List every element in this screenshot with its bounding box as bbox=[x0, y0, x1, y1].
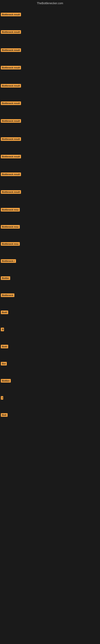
bottleneck-badge: Bottleneck resu bbox=[1, 242, 20, 246]
result-row: Bottleneck resu bbox=[0, 241, 21, 248]
bottleneck-badge: Bottleneck result bbox=[1, 190, 21, 194]
result-row: Bottleneck result bbox=[0, 12, 22, 18]
bottleneck-badge: B bbox=[1, 328, 4, 331]
result-row: Bottleneck result bbox=[0, 118, 22, 125]
bottleneck-badge: Bottleneck result bbox=[1, 102, 21, 105]
bottleneck-badge: Bottleneck result bbox=[1, 155, 21, 158]
result-row: I bbox=[0, 395, 4, 402]
result-row: Bottleneck result bbox=[0, 29, 22, 36]
result-row: Bott bbox=[0, 412, 8, 419]
result-row: Bottleneck result bbox=[0, 171, 22, 178]
result-row: Bottl bbox=[0, 309, 9, 316]
bottleneck-badge: Bottleneck r bbox=[1, 259, 16, 263]
result-row: Bottleneck result bbox=[0, 189, 22, 196]
bottleneck-badge: Bottl bbox=[1, 310, 8, 314]
result-row: Bottleneck result bbox=[0, 64, 22, 72]
bottleneck-badge: I bbox=[1, 396, 3, 400]
result-row: B bbox=[0, 326, 5, 333]
result-row: Bottleneck resu bbox=[0, 207, 21, 214]
bottleneck-badge: Bottl bbox=[1, 345, 8, 348]
bottleneck-badge: Bottleneck result bbox=[1, 30, 21, 34]
bottleneck-badge: Bottler bbox=[1, 276, 10, 280]
bottleneck-badge: Bottleneck resu bbox=[1, 208, 20, 212]
bottleneck-badge: Bottleneck result bbox=[1, 172, 21, 176]
bottleneck-badge: Bottlen bbox=[1, 379, 11, 382]
bottleneck-badge: Bottleneck result bbox=[1, 119, 21, 123]
bottleneck-badge: Bott bbox=[1, 413, 8, 417]
result-row: Bot bbox=[0, 361, 8, 368]
result-row: Bottleneck resu bbox=[0, 224, 21, 231]
result-row: Bottleneck r bbox=[0, 258, 17, 265]
site-title: TheBottlenecker.com bbox=[0, 0, 100, 6]
result-row: Bottlen bbox=[0, 378, 12, 384]
bottleneck-badge: Bottleneck result bbox=[1, 48, 21, 52]
result-row: Bottleneck result bbox=[0, 100, 22, 107]
result-row: Bottler bbox=[0, 275, 11, 282]
result-row: Bottleneck result bbox=[0, 47, 22, 54]
result-row: Bottleneck bbox=[0, 292, 15, 299]
bottleneck-badge: Bottleneck result bbox=[1, 66, 21, 70]
bottleneck-badge: Bottleneck result bbox=[1, 137, 21, 141]
bottleneck-badge: Bottleneck result bbox=[1, 84, 21, 88]
bottleneck-badge: Bottleneck bbox=[1, 294, 14, 297]
bottleneck-badge: Bottleneck resu bbox=[1, 225, 20, 228]
bottleneck-badge: Bottleneck result bbox=[1, 13, 21, 16]
bottleneck-badge: Bot bbox=[1, 362, 7, 366]
result-row: Bottleneck result bbox=[0, 136, 22, 143]
result-row: Bottl bbox=[0, 344, 9, 350]
result-row: Bottleneck result bbox=[0, 83, 22, 90]
result-row: Bottleneck result bbox=[0, 154, 22, 160]
